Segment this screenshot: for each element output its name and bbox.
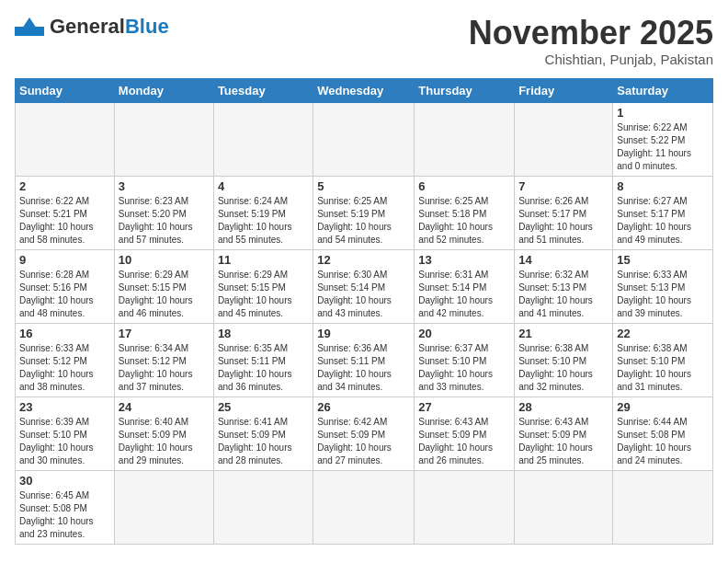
day-number: 7: [518, 179, 609, 193]
calendar-cell: 5Sunrise: 6:25 AM Sunset: 5:19 PM Daylig…: [313, 176, 415, 249]
day-number: 25: [218, 400, 309, 414]
day-info: Sunrise: 6:41 AM Sunset: 5:09 PM Dayligh…: [218, 416, 309, 467]
day-info: Sunrise: 6:43 AM Sunset: 5:09 PM Dayligh…: [418, 416, 510, 467]
calendar-table: SundayMondayTuesdayWednesdayThursdayFrid…: [15, 78, 713, 545]
calendar-cell: 9Sunrise: 6:28 AM Sunset: 5:16 PM Daylig…: [16, 249, 115, 323]
calendar-day-header: Saturday: [613, 78, 713, 102]
calendar-week-row: 16Sunrise: 6:33 AM Sunset: 5:12 PM Dayli…: [16, 323, 713, 396]
calendar-cell: 13Sunrise: 6:31 AM Sunset: 5:14 PM Dayli…: [415, 249, 515, 323]
day-number: 19: [317, 327, 410, 340]
calendar-cell: 20Sunrise: 6:37 AM Sunset: 5:10 PM Dayli…: [415, 323, 515, 396]
logo: GeneralBlue: [15, 15, 169, 39]
page-header: GeneralBlue November 2025 Chishtian, Pun…: [15, 15, 713, 67]
calendar-cell: [415, 102, 515, 176]
logo-icon: [15, 17, 44, 36]
calendar-cell: [213, 470, 313, 544]
calendar-cell: 2Sunrise: 6:22 AM Sunset: 5:21 PM Daylig…: [16, 176, 115, 249]
day-info: Sunrise: 6:44 AM Sunset: 5:08 PM Dayligh…: [617, 416, 709, 467]
logo-text: GeneralBlue: [50, 15, 169, 39]
calendar-cell: [515, 102, 613, 176]
calendar-week-row: 23Sunrise: 6:39 AM Sunset: 5:10 PM Dayli…: [16, 396, 713, 470]
calendar-week-row: 30Sunrise: 6:45 AM Sunset: 5:08 PM Dayli…: [16, 470, 713, 544]
day-number: 9: [19, 253, 110, 267]
day-info: Sunrise: 6:33 AM Sunset: 5:12 PM Dayligh…: [19, 342, 110, 394]
day-info: Sunrise: 6:25 AM Sunset: 5:19 PM Dayligh…: [317, 195, 410, 247]
calendar-cell: [114, 102, 213, 176]
calendar-cell: 12Sunrise: 6:30 AM Sunset: 5:14 PM Dayli…: [313, 249, 415, 323]
calendar-cell: [313, 102, 415, 176]
month-title: November 2025: [469, 15, 713, 52]
calendar-cell: [613, 470, 713, 544]
day-number: 21: [518, 327, 609, 340]
day-info: Sunrise: 6:24 AM Sunset: 5:19 PM Dayligh…: [218, 195, 309, 247]
day-info: Sunrise: 6:37 AM Sunset: 5:10 PM Dayligh…: [418, 342, 510, 394]
title-block: November 2025 Chishtian, Punjab, Pakista…: [469, 15, 713, 67]
day-number: 6: [418, 179, 510, 193]
calendar-cell: 16Sunrise: 6:33 AM Sunset: 5:12 PM Dayli…: [16, 323, 115, 396]
calendar-day-header: Tuesday: [213, 78, 313, 102]
day-info: Sunrise: 6:25 AM Sunset: 5:18 PM Dayligh…: [418, 195, 510, 247]
day-number: 17: [119, 327, 210, 340]
day-number: 1: [617, 106, 709, 120]
day-info: Sunrise: 6:38 AM Sunset: 5:10 PM Dayligh…: [518, 342, 609, 394]
calendar-cell: 14Sunrise: 6:32 AM Sunset: 5:13 PM Dayli…: [515, 249, 613, 323]
day-info: Sunrise: 6:40 AM Sunset: 5:09 PM Dayligh…: [119, 416, 210, 467]
calendar-cell: [313, 470, 415, 544]
calendar-cell: 3Sunrise: 6:23 AM Sunset: 5:20 PM Daylig…: [114, 176, 213, 249]
calendar-week-row: 9Sunrise: 6:28 AM Sunset: 5:16 PM Daylig…: [16, 249, 713, 323]
calendar-cell: 29Sunrise: 6:44 AM Sunset: 5:08 PM Dayli…: [613, 396, 713, 470]
calendar-week-row: 2Sunrise: 6:22 AM Sunset: 5:21 PM Daylig…: [16, 176, 713, 249]
day-number: 12: [317, 253, 410, 267]
day-info: Sunrise: 6:42 AM Sunset: 5:09 PM Dayligh…: [317, 416, 410, 467]
calendar-week-row: 1Sunrise: 6:22 AM Sunset: 5:22 PM Daylig…: [16, 102, 713, 176]
calendar-cell: 30Sunrise: 6:45 AM Sunset: 5:08 PM Dayli…: [16, 470, 115, 544]
calendar-cell: 24Sunrise: 6:40 AM Sunset: 5:09 PM Dayli…: [114, 396, 213, 470]
calendar-cell: 15Sunrise: 6:33 AM Sunset: 5:13 PM Dayli…: [613, 249, 713, 323]
day-number: 5: [317, 179, 410, 193]
calendar-cell: 28Sunrise: 6:43 AM Sunset: 5:09 PM Dayli…: [515, 396, 613, 470]
calendar-cell: 17Sunrise: 6:34 AM Sunset: 5:12 PM Dayli…: [114, 323, 213, 396]
day-number: 27: [418, 400, 510, 414]
day-info: Sunrise: 6:39 AM Sunset: 5:10 PM Dayligh…: [19, 416, 110, 467]
calendar-cell: 1Sunrise: 6:22 AM Sunset: 5:22 PM Daylig…: [613, 102, 713, 176]
day-number: 16: [19, 327, 110, 340]
calendar-cell: 6Sunrise: 6:25 AM Sunset: 5:18 PM Daylig…: [415, 176, 515, 249]
calendar-cell: 11Sunrise: 6:29 AM Sunset: 5:15 PM Dayli…: [213, 249, 313, 323]
day-info: Sunrise: 6:35 AM Sunset: 5:11 PM Dayligh…: [218, 342, 309, 394]
day-info: Sunrise: 6:29 AM Sunset: 5:15 PM Dayligh…: [119, 269, 210, 320]
day-number: 22: [617, 327, 709, 340]
day-info: Sunrise: 6:32 AM Sunset: 5:13 PM Dayligh…: [518, 269, 609, 320]
calendar-header-row: SundayMondayTuesdayWednesdayThursdayFrid…: [16, 78, 713, 102]
day-number: 2: [19, 179, 110, 193]
day-info: Sunrise: 6:26 AM Sunset: 5:17 PM Dayligh…: [518, 195, 609, 247]
calendar-cell: [515, 470, 613, 544]
day-number: 10: [119, 253, 210, 267]
calendar-cell: 8Sunrise: 6:27 AM Sunset: 5:17 PM Daylig…: [613, 176, 713, 249]
calendar-cell: [16, 102, 115, 176]
day-info: Sunrise: 6:22 AM Sunset: 5:21 PM Dayligh…: [19, 195, 110, 247]
day-info: Sunrise: 6:38 AM Sunset: 5:10 PM Dayligh…: [617, 342, 709, 394]
calendar-day-header: Thursday: [415, 78, 515, 102]
calendar-cell: 23Sunrise: 6:39 AM Sunset: 5:10 PM Dayli…: [16, 396, 115, 470]
day-info: Sunrise: 6:30 AM Sunset: 5:14 PM Dayligh…: [317, 269, 410, 320]
day-number: 23: [19, 400, 110, 414]
calendar-cell: [114, 470, 213, 544]
day-number: 13: [418, 253, 510, 267]
calendar-cell: 27Sunrise: 6:43 AM Sunset: 5:09 PM Dayli…: [415, 396, 515, 470]
calendar-cell: 26Sunrise: 6:42 AM Sunset: 5:09 PM Dayli…: [313, 396, 415, 470]
calendar-day-header: Monday: [114, 78, 213, 102]
calendar-cell: 25Sunrise: 6:41 AM Sunset: 5:09 PM Dayli…: [213, 396, 313, 470]
day-info: Sunrise: 6:34 AM Sunset: 5:12 PM Dayligh…: [119, 342, 210, 394]
calendar-day-header: Wednesday: [313, 78, 415, 102]
day-number: 26: [317, 400, 410, 414]
calendar-cell: 21Sunrise: 6:38 AM Sunset: 5:10 PM Dayli…: [515, 323, 613, 396]
day-info: Sunrise: 6:29 AM Sunset: 5:15 PM Dayligh…: [218, 269, 309, 320]
day-number: 15: [617, 253, 709, 267]
day-info: Sunrise: 6:28 AM Sunset: 5:16 PM Dayligh…: [19, 269, 110, 320]
day-number: 20: [418, 327, 510, 340]
day-info: Sunrise: 6:36 AM Sunset: 5:11 PM Dayligh…: [317, 342, 410, 394]
day-info: Sunrise: 6:33 AM Sunset: 5:13 PM Dayligh…: [617, 269, 709, 320]
calendar-cell: 19Sunrise: 6:36 AM Sunset: 5:11 PM Dayli…: [313, 323, 415, 396]
calendar-cell: 4Sunrise: 6:24 AM Sunset: 5:19 PM Daylig…: [213, 176, 313, 249]
day-number: 30: [19, 474, 110, 488]
